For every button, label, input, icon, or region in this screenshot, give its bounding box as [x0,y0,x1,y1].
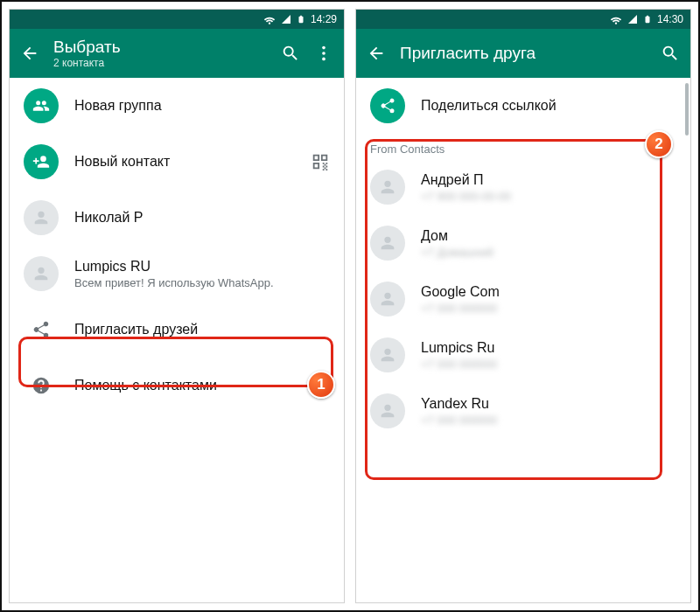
contact-name: Дом [421,228,676,244]
page-title: Выбрать [53,38,267,57]
search-icon[interactable] [661,44,680,63]
contact-phone: +7 000 000000 [421,414,676,427]
person-icon [370,226,405,261]
person-icon [24,200,59,235]
content-area: Поделиться ссылкой From Contacts Андрей … [356,78,690,602]
battery-icon [643,13,652,25]
contact-status: Всем привет! Я использую WhatsApp. [74,276,330,289]
person-icon [24,256,59,291]
row-label: Помощь с контактами [74,378,330,393]
contact-phone: +7 000 000000 [421,358,676,371]
contact-row[interactable]: Lumpics RU Всем привет! Я использую What… [10,246,344,302]
contact-row[interactable]: Николай Р [10,190,344,246]
section-header: From Contacts [356,134,690,159]
back-icon[interactable] [20,44,39,63]
battery-icon [297,13,305,25]
contact-row[interactable]: Lumpics Ru+7 000 000000 [356,327,690,383]
contact-name: Lumpics Ru [421,340,676,356]
contact-name: Google Com [421,284,676,300]
wifi-icon [610,13,622,25]
app-bar: Пригласить друга [356,29,690,78]
row-label: Пригласить друзей [74,322,330,337]
status-bar: 14:29 [10,10,344,29]
contact-row[interactable]: Дом+7 Домашний [356,215,690,271]
person-icon [370,337,405,372]
person-icon [370,393,405,428]
wifi-icon [263,13,276,25]
row-label: Поделиться ссылкой [421,98,676,114]
share-link-row[interactable]: Поделиться ссылкой [356,78,690,134]
row-label: Новый контакт [74,154,295,170]
contact-phone: +7 Домашний [421,246,676,259]
contact-row[interactable]: Андрей П+7 900 000-00-00 [356,159,690,215]
contact-name: Lumpics RU [74,259,330,275]
clock-text: 14:29 [311,13,337,25]
invite-friends-row[interactable]: Пригласить друзей [10,302,344,358]
page-title: Пригласить друга [400,44,647,63]
add-person-icon [24,144,59,179]
contact-row[interactable]: Google Com+7 000 000000 [356,271,690,327]
group-icon [24,88,59,123]
person-icon [370,170,405,205]
contact-name: Yandex Ru [421,396,676,412]
qr-icon[interactable] [311,152,330,171]
row-label: Новая группа [74,98,330,114]
signal-icon [627,14,638,24]
contact-name: Николай Р [74,210,330,226]
more-icon[interactable] [314,44,333,63]
clock-text: 14:30 [657,13,683,25]
svg-point-0 [322,46,326,50]
back-icon[interactable] [367,44,386,63]
search-icon[interactable] [281,44,300,63]
share-icon [370,88,405,123]
person-icon [370,282,405,316]
phone-right: 14:30 Пригласить друга Поделиться ссылко… [355,9,691,603]
new-contact-row[interactable]: Новый контакт [10,134,344,190]
contact-name: Андрей П [421,172,676,188]
new-group-row[interactable]: Новая группа [10,78,344,134]
share-icon [24,312,59,347]
status-bar: 14:30 [356,10,690,29]
contact-phone: +7 900 000-00-00 [421,190,676,203]
contacts-help-row[interactable]: Помощь с контактами [10,358,344,414]
contact-phone: +7 000 000000 [421,302,676,315]
phone-left: 14:29 Выбрать 2 контакта Новая груп [9,9,345,603]
page-subtitle: 2 контакта [53,57,267,69]
svg-point-1 [322,52,326,55]
scrollbar[interactable] [685,83,689,136]
contact-row[interactable]: Yandex Ru+7 000 000000 [356,383,690,439]
signal-icon [281,14,291,24]
app-bar: Выбрать 2 контакта [10,29,344,78]
help-icon [24,368,59,403]
svg-point-2 [322,58,326,61]
content-area: Новая группа Новый контакт Николай Р [10,78,344,602]
